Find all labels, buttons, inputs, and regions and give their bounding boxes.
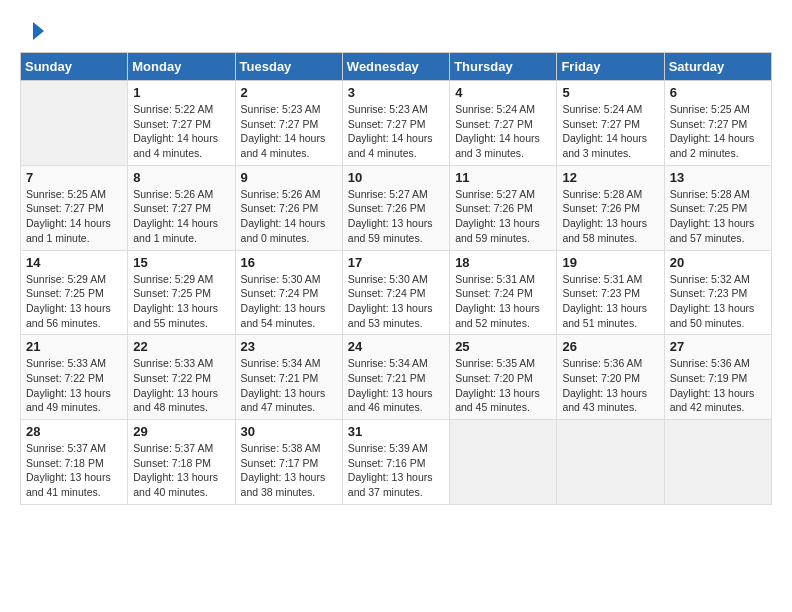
calendar-cell: 19Sunrise: 5:31 AMSunset: 7:23 PMDayligh… xyxy=(557,250,664,335)
day-number: 6 xyxy=(670,85,766,100)
calendar-cell: 10Sunrise: 5:27 AMSunset: 7:26 PMDayligh… xyxy=(342,165,449,250)
day-number: 3 xyxy=(348,85,444,100)
day-number: 2 xyxy=(241,85,337,100)
calendar-cell: 30Sunrise: 5:38 AMSunset: 7:17 PMDayligh… xyxy=(235,420,342,505)
calendar-cell: 31Sunrise: 5:39 AMSunset: 7:16 PMDayligh… xyxy=(342,420,449,505)
calendar-cell: 3Sunrise: 5:23 AMSunset: 7:27 PMDaylight… xyxy=(342,81,449,166)
day-of-week-header: Monday xyxy=(128,53,235,81)
day-info: Sunrise: 5:36 AMSunset: 7:19 PMDaylight:… xyxy=(670,356,766,415)
day-number: 16 xyxy=(241,255,337,270)
day-number: 22 xyxy=(133,339,229,354)
day-info: Sunrise: 5:31 AMSunset: 7:24 PMDaylight:… xyxy=(455,272,551,331)
day-info: Sunrise: 5:35 AMSunset: 7:20 PMDaylight:… xyxy=(455,356,551,415)
day-info: Sunrise: 5:37 AMSunset: 7:18 PMDaylight:… xyxy=(133,441,229,500)
day-number: 31 xyxy=(348,424,444,439)
day-info: Sunrise: 5:36 AMSunset: 7:20 PMDaylight:… xyxy=(562,356,658,415)
day-info: Sunrise: 5:25 AMSunset: 7:27 PMDaylight:… xyxy=(26,187,122,246)
calendar-cell: 4Sunrise: 5:24 AMSunset: 7:27 PMDaylight… xyxy=(450,81,557,166)
day-info: Sunrise: 5:33 AMSunset: 7:22 PMDaylight:… xyxy=(133,356,229,415)
day-of-week-header: Sunday xyxy=(21,53,128,81)
day-info: Sunrise: 5:27 AMSunset: 7:26 PMDaylight:… xyxy=(348,187,444,246)
day-info: Sunrise: 5:37 AMSunset: 7:18 PMDaylight:… xyxy=(26,441,122,500)
day-number: 24 xyxy=(348,339,444,354)
calendar-cell xyxy=(450,420,557,505)
day-number: 10 xyxy=(348,170,444,185)
calendar-cell xyxy=(557,420,664,505)
day-info: Sunrise: 5:28 AMSunset: 7:26 PMDaylight:… xyxy=(562,187,658,246)
day-number: 8 xyxy=(133,170,229,185)
day-number: 19 xyxy=(562,255,658,270)
day-number: 26 xyxy=(562,339,658,354)
day-number: 21 xyxy=(26,339,122,354)
day-of-week-header: Wednesday xyxy=(342,53,449,81)
calendar-week-row: 7Sunrise: 5:25 AMSunset: 7:27 PMDaylight… xyxy=(21,165,772,250)
calendar-cell: 14Sunrise: 5:29 AMSunset: 7:25 PMDayligh… xyxy=(21,250,128,335)
day-info: Sunrise: 5:30 AMSunset: 7:24 PMDaylight:… xyxy=(348,272,444,331)
calendar-cell: 21Sunrise: 5:33 AMSunset: 7:22 PMDayligh… xyxy=(21,335,128,420)
day-info: Sunrise: 5:34 AMSunset: 7:21 PMDaylight:… xyxy=(348,356,444,415)
day-info: Sunrise: 5:38 AMSunset: 7:17 PMDaylight:… xyxy=(241,441,337,500)
calendar-cell xyxy=(664,420,771,505)
day-info: Sunrise: 5:34 AMSunset: 7:21 PMDaylight:… xyxy=(241,356,337,415)
day-number: 28 xyxy=(26,424,122,439)
calendar-cell: 2Sunrise: 5:23 AMSunset: 7:27 PMDaylight… xyxy=(235,81,342,166)
calendar-cell: 16Sunrise: 5:30 AMSunset: 7:24 PMDayligh… xyxy=(235,250,342,335)
calendar-cell: 27Sunrise: 5:36 AMSunset: 7:19 PMDayligh… xyxy=(664,335,771,420)
calendar-cell: 25Sunrise: 5:35 AMSunset: 7:20 PMDayligh… xyxy=(450,335,557,420)
day-number: 7 xyxy=(26,170,122,185)
calendar-cell: 15Sunrise: 5:29 AMSunset: 7:25 PMDayligh… xyxy=(128,250,235,335)
day-info: Sunrise: 5:29 AMSunset: 7:25 PMDaylight:… xyxy=(133,272,229,331)
day-info: Sunrise: 5:31 AMSunset: 7:23 PMDaylight:… xyxy=(562,272,658,331)
day-info: Sunrise: 5:30 AMSunset: 7:24 PMDaylight:… xyxy=(241,272,337,331)
calendar-cell: 9Sunrise: 5:26 AMSunset: 7:26 PMDaylight… xyxy=(235,165,342,250)
svg-marker-0 xyxy=(33,22,44,40)
day-info: Sunrise: 5:32 AMSunset: 7:23 PMDaylight:… xyxy=(670,272,766,331)
day-info: Sunrise: 5:24 AMSunset: 7:27 PMDaylight:… xyxy=(562,102,658,161)
day-of-week-header: Thursday xyxy=(450,53,557,81)
calendar-cell: 22Sunrise: 5:33 AMSunset: 7:22 PMDayligh… xyxy=(128,335,235,420)
calendar-cell xyxy=(21,81,128,166)
calendar-cell: 24Sunrise: 5:34 AMSunset: 7:21 PMDayligh… xyxy=(342,335,449,420)
calendar-week-row: 1Sunrise: 5:22 AMSunset: 7:27 PMDaylight… xyxy=(21,81,772,166)
day-number: 20 xyxy=(670,255,766,270)
day-of-week-header: Tuesday xyxy=(235,53,342,81)
calendar-cell: 17Sunrise: 5:30 AMSunset: 7:24 PMDayligh… xyxy=(342,250,449,335)
calendar-cell: 20Sunrise: 5:32 AMSunset: 7:23 PMDayligh… xyxy=(664,250,771,335)
calendar-week-row: 21Sunrise: 5:33 AMSunset: 7:22 PMDayligh… xyxy=(21,335,772,420)
day-of-week-header: Friday xyxy=(557,53,664,81)
day-info: Sunrise: 5:22 AMSunset: 7:27 PMDaylight:… xyxy=(133,102,229,161)
day-number: 17 xyxy=(348,255,444,270)
day-number: 30 xyxy=(241,424,337,439)
logo xyxy=(20,20,46,42)
day-info: Sunrise: 5:23 AMSunset: 7:27 PMDaylight:… xyxy=(348,102,444,161)
day-number: 27 xyxy=(670,339,766,354)
day-number: 1 xyxy=(133,85,229,100)
day-info: Sunrise: 5:33 AMSunset: 7:22 PMDaylight:… xyxy=(26,356,122,415)
calendar-cell: 1Sunrise: 5:22 AMSunset: 7:27 PMDaylight… xyxy=(128,81,235,166)
calendar-cell: 11Sunrise: 5:27 AMSunset: 7:26 PMDayligh… xyxy=(450,165,557,250)
calendar-week-row: 28Sunrise: 5:37 AMSunset: 7:18 PMDayligh… xyxy=(21,420,772,505)
calendar-cell: 5Sunrise: 5:24 AMSunset: 7:27 PMDaylight… xyxy=(557,81,664,166)
logo-flag-icon xyxy=(22,20,44,42)
day-number: 14 xyxy=(26,255,122,270)
calendar-cell: 7Sunrise: 5:25 AMSunset: 7:27 PMDaylight… xyxy=(21,165,128,250)
calendar-cell: 26Sunrise: 5:36 AMSunset: 7:20 PMDayligh… xyxy=(557,335,664,420)
day-info: Sunrise: 5:25 AMSunset: 7:27 PMDaylight:… xyxy=(670,102,766,161)
day-number: 11 xyxy=(455,170,551,185)
calendar-header-row: SundayMondayTuesdayWednesdayThursdayFrid… xyxy=(21,53,772,81)
day-number: 23 xyxy=(241,339,337,354)
day-info: Sunrise: 5:29 AMSunset: 7:25 PMDaylight:… xyxy=(26,272,122,331)
day-number: 18 xyxy=(455,255,551,270)
calendar-cell: 29Sunrise: 5:37 AMSunset: 7:18 PMDayligh… xyxy=(128,420,235,505)
calendar-cell: 28Sunrise: 5:37 AMSunset: 7:18 PMDayligh… xyxy=(21,420,128,505)
calendar-cell: 13Sunrise: 5:28 AMSunset: 7:25 PMDayligh… xyxy=(664,165,771,250)
day-of-week-header: Saturday xyxy=(664,53,771,81)
day-info: Sunrise: 5:23 AMSunset: 7:27 PMDaylight:… xyxy=(241,102,337,161)
calendar-table: SundayMondayTuesdayWednesdayThursdayFrid… xyxy=(20,52,772,505)
calendar-cell: 18Sunrise: 5:31 AMSunset: 7:24 PMDayligh… xyxy=(450,250,557,335)
calendar-cell: 8Sunrise: 5:26 AMSunset: 7:27 PMDaylight… xyxy=(128,165,235,250)
day-number: 13 xyxy=(670,170,766,185)
header xyxy=(20,20,772,42)
day-info: Sunrise: 5:26 AMSunset: 7:27 PMDaylight:… xyxy=(133,187,229,246)
day-number: 4 xyxy=(455,85,551,100)
